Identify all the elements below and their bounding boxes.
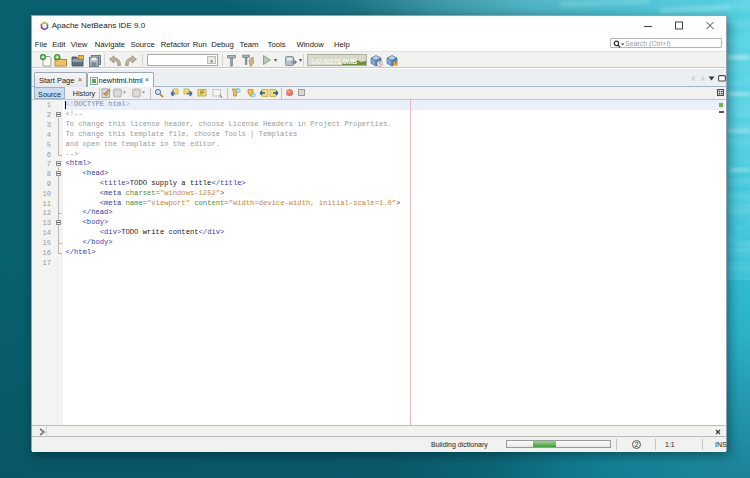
- svg-text:142.0/273.0MB: 142.0/273.0MB: [311, 57, 358, 66]
